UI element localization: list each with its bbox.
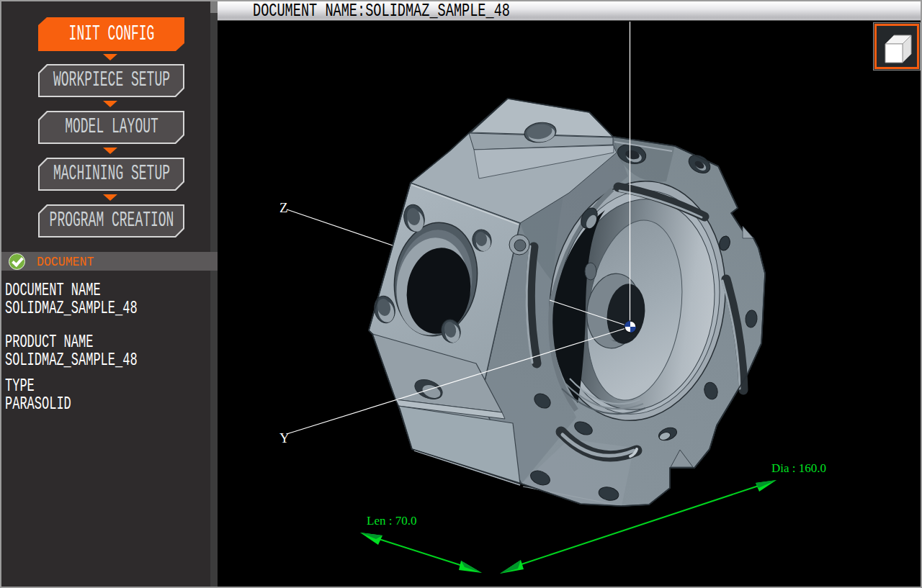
svg-text:Z: Z [279,200,288,215]
svg-text:Y: Y [279,430,290,445]
svg-text:Dia : 160.0: Dia : 160.0 [771,461,826,475]
svg-text:Len : 70.0: Len : 70.0 [367,514,416,528]
